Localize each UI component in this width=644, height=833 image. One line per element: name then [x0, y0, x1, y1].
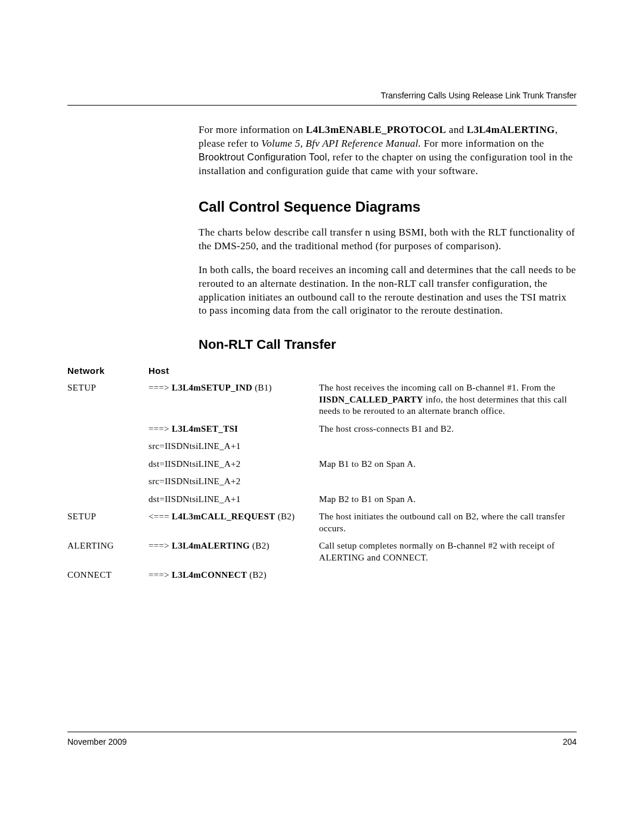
col-header-desc: [319, 363, 577, 379]
cell-host: dst=IISDNtsiLINE_A+2: [148, 456, 319, 473]
cell-description: [319, 438, 577, 456]
intro-bold-2: L3L4mALERTING: [467, 124, 555, 135]
intro-bold-1: L4L3mENABLE_PROTOCOL: [306, 124, 446, 135]
table-row: SETUP<=== L4L3mCALL_REQUEST (B2)The host…: [67, 508, 577, 537]
cell-description: The host initiates the outbound call on …: [319, 508, 577, 537]
section1-para2: In both calls, the board receives an inc…: [199, 264, 577, 318]
cell-host: ===> L3L4mALERTING (B2): [148, 537, 319, 566]
page-footer: November 2009 204: [67, 732, 577, 747]
table-row: SETUP===> L3L4mSETUP_IND (B1)The host re…: [67, 379, 577, 420]
footer-row: November 2009 204: [67, 737, 577, 747]
col-header-network: Network: [67, 363, 148, 379]
table-row: dst=IISDNtsiLINE_A+1Map B2 to B1 on Span…: [67, 491, 577, 509]
footer-date: November 2009: [67, 737, 127, 747]
cell-host: src=IISDNtsiLINE_A+2: [148, 473, 319, 491]
intro-text: and: [446, 124, 467, 135]
table-header-row: Network Host: [67, 363, 577, 379]
cell-network: [67, 420, 148, 438]
table-row: src=IISDNtsiLINE_A+2: [67, 473, 577, 491]
cell-host: ===> L3L4mCONNECT (B2): [148, 566, 319, 584]
section1-para1: The charts below describe call transfer …: [199, 226, 577, 253]
cell-network: [67, 456, 148, 473]
cell-network: CONNECT: [67, 566, 148, 584]
sequence-table: Network Host SETUP===> L3L4mSETUP_IND (B…: [67, 363, 577, 584]
cell-host: <=== L4L3mCALL_REQUEST (B2): [148, 508, 319, 537]
cell-description: [319, 473, 577, 491]
cell-description: The host cross-connects B1 and B2.: [319, 420, 577, 438]
cell-host: ===> L3L4mSETUP_IND (B1): [148, 379, 319, 420]
footer-page-number: 204: [563, 737, 577, 747]
cell-description: [319, 566, 577, 584]
running-head: Transferring Calls Using Release Link Tr…: [67, 91, 577, 100]
intro-text: For more information on: [199, 124, 306, 135]
intro-paragraph: For more information on L4L3mENABLE_PROT…: [199, 123, 577, 178]
intro-text: For more information on the: [421, 138, 544, 149]
col-header-host: Host: [148, 363, 319, 379]
header-rule: [67, 105, 577, 106]
table-row: dst=IISDNtsiLINE_A+2Map B1 to B2 on Span…: [67, 456, 577, 473]
cell-description: Call setup completes normally on B-chann…: [319, 537, 577, 566]
cell-network: ALERTING: [67, 537, 148, 566]
page: Transferring Calls Using Release Link Tr…: [0, 0, 644, 833]
section-heading-non-rlt: Non-RLT Call Transfer: [199, 337, 577, 352]
cell-network: [67, 438, 148, 456]
table-row: src=IISDNtsiLINE_A+1: [67, 438, 577, 456]
table-row: ALERTING===> L3L4mALERTING (B2)Call setu…: [67, 537, 577, 566]
cell-network: [67, 473, 148, 491]
cell-host: src=IISDNtsiLINE_A+1: [148, 438, 319, 456]
intro-sans: Brooktrout Configuration Tool: [199, 152, 327, 162]
intro-italic: Volume 5, Bfv API Reference Manual.: [261, 138, 421, 149]
content-area: Transferring Calls Using Release Link Tr…: [67, 91, 577, 584]
section-heading-call-control: Call Control Sequence Diagrams: [199, 199, 577, 215]
table-row: ===> L3L4mSET_TSIThe host cross-connects…: [67, 420, 577, 438]
cell-description: Map B2 to B1 on Span A.: [319, 491, 577, 509]
cell-description: Map B1 to B2 on Span A.: [319, 456, 577, 473]
cell-network: [67, 491, 148, 509]
footer-rule: [67, 732, 577, 732]
cell-description: The host receives the incoming call on B…: [319, 379, 577, 420]
cell-network: SETUP: [67, 379, 148, 420]
cell-network: SETUP: [67, 508, 148, 537]
table-row: CONNECT===> L3L4mCONNECT (B2): [67, 566, 577, 584]
cell-host: dst=IISDNtsiLINE_A+1: [148, 491, 319, 509]
cell-host: ===> L3L4mSET_TSI: [148, 420, 319, 438]
